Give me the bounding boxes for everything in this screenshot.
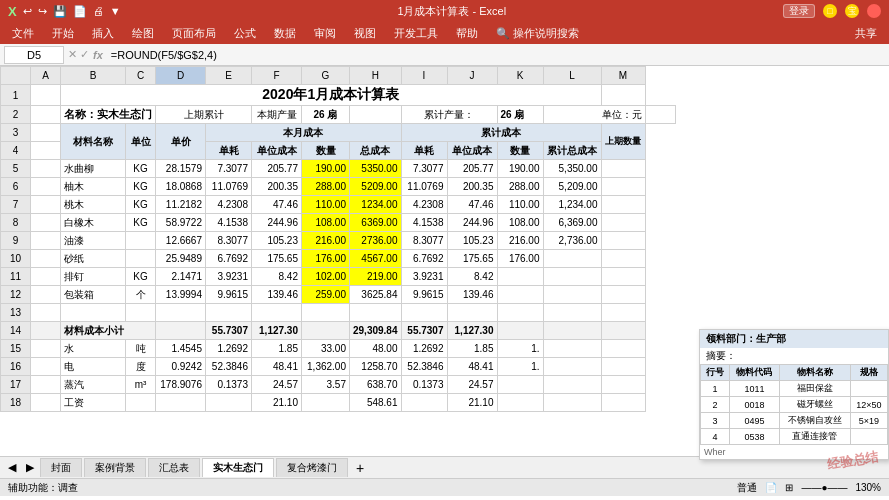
company-name: 名称：实木生态门	[61, 106, 156, 124]
fp-col-rownum: 行号	[701, 365, 730, 381]
cum-prod-val: 26 扇	[497, 106, 543, 124]
col-header-l: L	[543, 67, 601, 85]
float-panel-table: 行号 物料代码 物料名称 规格 1 1011 福田保盆 2 0018 磁牙螺丝 …	[700, 364, 888, 445]
sheet-tab-lacquer[interactable]: 复合烤漆门	[276, 458, 348, 477]
cell-reference[interactable]: D5	[4, 46, 64, 64]
sheet-tab-cover[interactable]: 封面	[40, 458, 82, 477]
col-header-i: I	[401, 67, 447, 85]
title-bar-left: X ↩ ↪ 💾 📄 🖨 ▼	[8, 4, 121, 19]
search-icon: 🔍	[496, 27, 510, 40]
fp-row: 3 0495 不锈钢自攻丝 5×19	[701, 413, 888, 429]
cell-a1[interactable]	[31, 85, 61, 106]
cell-h2[interactable]	[350, 106, 402, 124]
current-prod-label: 本期产量	[252, 106, 302, 124]
dropdown-arrow[interactable]: ▼	[110, 5, 121, 17]
row-3-headers: 3 材料名称 单位 单价 本月成本 累计成本 上期数量	[1, 124, 676, 142]
status-accessibility: 辅助功能：调查	[8, 481, 78, 495]
zoom-slider[interactable]: ——●——	[801, 482, 847, 493]
table-row: 14 材料成本小计 55.7307 1,127.30 29,309.84 55.…	[1, 322, 676, 340]
add-sheet-btn[interactable]: +	[350, 459, 370, 477]
tab-search[interactable]: 🔍 操作说明搜索	[488, 23, 587, 44]
quick-save[interactable]: ↩	[23, 5, 32, 18]
sub-header-unit-cost: 单位成本	[252, 142, 302, 160]
float-panel-header: 领料部门：生产部	[700, 330, 888, 348]
cell-a3[interactable]	[31, 124, 61, 142]
sub-header-single-cons: 单耗	[206, 142, 252, 160]
tab-draw[interactable]: 绘图	[124, 23, 162, 44]
tab-review[interactable]: 审阅	[306, 23, 344, 44]
status-page-layout[interactable]: 📄	[765, 482, 777, 493]
header-month-cost: 本月成本	[206, 124, 402, 142]
formula-bar: D5 ✕ ✓ fx =ROUND(F5/$G$2,4)	[0, 44, 889, 66]
window-icon1[interactable]: □	[823, 4, 837, 18]
col-header-a: A	[31, 67, 61, 85]
login-button[interactable]: 登录	[783, 4, 815, 18]
sub-header-cum-total: 累计总成本	[543, 142, 601, 160]
col-header-d: D	[156, 67, 206, 85]
share-button[interactable]: 共享	[847, 23, 885, 44]
col-header-m: M	[601, 67, 645, 85]
formula-divider: ✕ ✓	[68, 48, 89, 61]
sub-header-qty: 数量	[302, 142, 350, 160]
tab-nav-prev[interactable]: ◀	[4, 461, 20, 474]
col-header-f: F	[252, 67, 302, 85]
app-icon: X	[8, 4, 17, 19]
row-1: 1 2020年1月成本计算表	[1, 85, 676, 106]
col-header-j: J	[447, 67, 497, 85]
spreadsheet-grid: A B C D E F G H I J K L M 1	[0, 66, 676, 412]
tab-file[interactable]: 文件	[4, 23, 42, 44]
cell-a4[interactable]	[31, 142, 61, 160]
row-2: 2 名称：实木生态门 上期累计 本期产量 26 扇 累计产量： 26 扇 单位：…	[1, 106, 676, 124]
tab-view[interactable]: 视图	[346, 23, 384, 44]
tab-formula[interactable]: 公式	[226, 23, 264, 44]
cell-a2[interactable]	[31, 106, 61, 124]
sub-header-cum-single-cons: 单耗	[401, 142, 447, 160]
unit-label: 单位：元	[543, 106, 645, 124]
fp-col-code: 物料代码	[729, 365, 779, 381]
fp-row: 4 0538 直通连接管	[701, 429, 888, 445]
tab-data[interactable]: 数据	[266, 23, 304, 44]
float-panel-subheader: 摘要：	[700, 348, 888, 364]
cell-m2[interactable]	[645, 106, 675, 124]
sheet-tab-case[interactable]: 案例背景	[84, 458, 146, 477]
tab-layout[interactable]: 页面布局	[164, 23, 224, 44]
status-normal[interactable]: 普通	[737, 481, 757, 495]
window-title: 1月成本计算表 - Excel	[121, 4, 783, 19]
title-bar: X ↩ ↪ 💾 📄 🖨 ▼ 1月成本计算表 - Excel 登录 □ 宝	[0, 0, 889, 22]
table-row: 15 水 吨 1.4545 1.2692 1.85 33.00 48.00 1.…	[1, 340, 676, 358]
window-close[interactable]	[867, 4, 881, 18]
status-right: 普通 📄 ⊞ ——●—— 130%	[737, 481, 881, 495]
table-row: 10 砂纸 25.9489 6.7692 175.65 176.00 4567.…	[1, 250, 676, 268]
table-row: 5 水曲柳 KG 28.1579 7.3077 205.77 190.00 53…	[1, 160, 676, 178]
table-row: 9 油漆 12.6667 8.3077 105.23 216.00 2736.0…	[1, 232, 676, 250]
sub-header-cum-unit-cost: 单位成本	[447, 142, 497, 160]
status-page-break[interactable]: ⊞	[785, 482, 793, 493]
quick-new[interactable]: 📄	[73, 5, 87, 18]
cell-m1[interactable]	[601, 85, 645, 106]
col-header-e: E	[206, 67, 252, 85]
quick-save2[interactable]: 💾	[53, 5, 67, 18]
sheet-tab-summary[interactable]: 汇总表	[148, 458, 200, 477]
quick-print[interactable]: 🖨	[93, 5, 104, 17]
sheet-tab-active[interactable]: 实木生态门	[202, 458, 274, 477]
header-unit-price: 单价	[156, 124, 206, 160]
quick-redo[interactable]: ↪	[38, 5, 47, 18]
fp-col-name: 物料名称	[779, 365, 850, 381]
tab-dev[interactable]: 开发工具	[386, 23, 446, 44]
col-header-row	[1, 67, 31, 85]
row-num-2: 2	[1, 106, 31, 124]
tab-help[interactable]: 帮助	[448, 23, 486, 44]
row-num-4: 4	[1, 142, 31, 160]
ribbon: 文件 开始 插入 绘图 页面布局 公式 数据 审阅 视图 开发工具 帮助 🔍 操…	[0, 22, 889, 44]
window-icon2[interactable]: 宝	[845, 4, 859, 18]
fp-col-spec: 规格	[850, 365, 887, 381]
tab-nav-next[interactable]: ▶	[22, 461, 38, 474]
tab-insert[interactable]: 插入	[84, 23, 122, 44]
fx-label: fx	[93, 49, 103, 61]
sub-header-cum-qty: 数量	[497, 142, 543, 160]
formula-input[interactable]: =ROUND(F5/$G$2,4)	[107, 49, 885, 61]
tab-home[interactable]: 开始	[44, 23, 82, 44]
row-num-3: 3	[1, 124, 31, 142]
header-up-qty: 上期数量	[601, 124, 645, 160]
col-header-k: K	[497, 67, 543, 85]
